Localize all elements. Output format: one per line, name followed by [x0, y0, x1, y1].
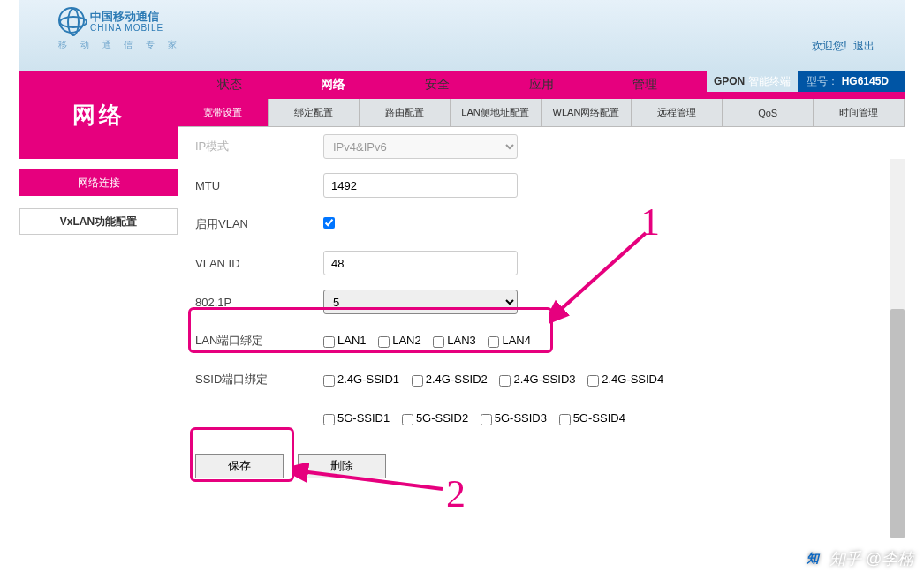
subtab-route[interactable]: 路由配置 — [360, 99, 451, 126]
welcome-block: 欢迎您! 退出 — [812, 39, 875, 54]
subtab-broadband[interactable]: 宽带设置 — [178, 99, 269, 126]
scrollbar-thumb[interactable] — [890, 309, 905, 538]
brand-name-en: CHINA MOBILE — [90, 23, 163, 33]
sidebar-item-vxlan[interactable]: VxLAN功能配置 — [19, 208, 178, 235]
tab-network[interactable]: 网络 — [282, 71, 386, 99]
header: 中国移动通信 CHINA MOBILE 移 动 通 信 专 家 欢迎您! 退出 — [19, 0, 905, 71]
vlan-id-input[interactable] — [323, 251, 518, 275]
mtu-input[interactable] — [323, 173, 518, 198]
device-info-bar: GPON智能终端 型号： HG6145D — [707, 71, 905, 92]
brand-name-cn: 中国移动通信 — [90, 9, 163, 25]
sidebar-item-network-conn[interactable]: 网络连接 — [19, 169, 178, 196]
highlight-save — [190, 427, 294, 482]
tab-app[interactable]: 应用 — [489, 71, 594, 99]
24g-ssid4-checkbox[interactable] — [587, 375, 599, 387]
china-mobile-icon — [58, 7, 85, 34]
secondary-nav: 宽带设置 绑定配置 路由配置 LAN侧地址配置 WLAN网络配置 远程管理 Qo… — [178, 99, 905, 127]
24g-ssid1-checkbox[interactable] — [323, 375, 335, 387]
tab-security[interactable]: 安全 — [385, 71, 489, 99]
device-type: GPON智能终端 — [707, 71, 798, 92]
vlan-id-label: VLAN ID — [195, 257, 323, 270]
subtab-time[interactable]: 时间管理 — [814, 99, 905, 126]
zhihu-icon: 知 — [803, 549, 822, 568]
device-model: 型号： HG6145D — [798, 71, 905, 92]
sidebar-title: 网络 — [19, 71, 178, 159]
watermark: 知 知乎 @李楠 — [803, 548, 913, 569]
mtu-label: MTU — [195, 179, 323, 192]
5g-ssid2-checkbox[interactable] — [402, 414, 413, 425]
subtab-lan-addr[interactable]: LAN侧地址配置 — [451, 99, 542, 126]
subtab-wlan[interactable]: WLAN网络配置 — [542, 99, 632, 126]
ip-mode-select[interactable]: IPv4&IPv6 — [323, 134, 518, 159]
welcome-text: 欢迎您! — [812, 40, 846, 52]
brand-tagline: 移 动 通 信 专 家 — [58, 39, 182, 51]
ssid-bind-label: SSID端口绑定 — [195, 372, 323, 388]
brand-logo: 中国移动通信 CHINA MOBILE 移 动 通 信 专 家 — [19, 0, 182, 71]
5g-ssid1-checkbox[interactable] — [323, 414, 335, 425]
logout-link[interactable]: 退出 — [853, 40, 875, 52]
subtab-qos[interactable]: QoS — [723, 99, 814, 126]
sidebar: 网络 网络连接 VxLAN功能配置 — [19, 71, 178, 516]
5g-ssid3-checkbox[interactable] — [481, 414, 492, 425]
subtab-binding[interactable]: 绑定配置 — [269, 99, 360, 126]
24g-ssid3-checkbox[interactable] — [499, 375, 511, 387]
subtab-remote[interactable]: 远程管理 — [632, 99, 723, 126]
tab-status[interactable]: 状态 — [178, 71, 282, 99]
ip-mode-label: IP模式 — [195, 139, 323, 154]
enable-vlan-checkbox[interactable] — [323, 217, 335, 229]
form-panel[interactable]: IP模式 IPv4&IPv6 MTU 启用VLAN VLAN ID — [178, 127, 905, 516]
5g-ssid4-checkbox[interactable] — [559, 414, 571, 425]
delete-button[interactable]: 删除 — [298, 454, 386, 478]
24g-ssid2-checkbox[interactable] — [412, 375, 423, 387]
highlight-lan-bind — [188, 307, 553, 353]
tab-manage[interactable]: 管理 — [593, 71, 697, 99]
enable-vlan-label: 启用VLAN — [195, 216, 323, 232]
